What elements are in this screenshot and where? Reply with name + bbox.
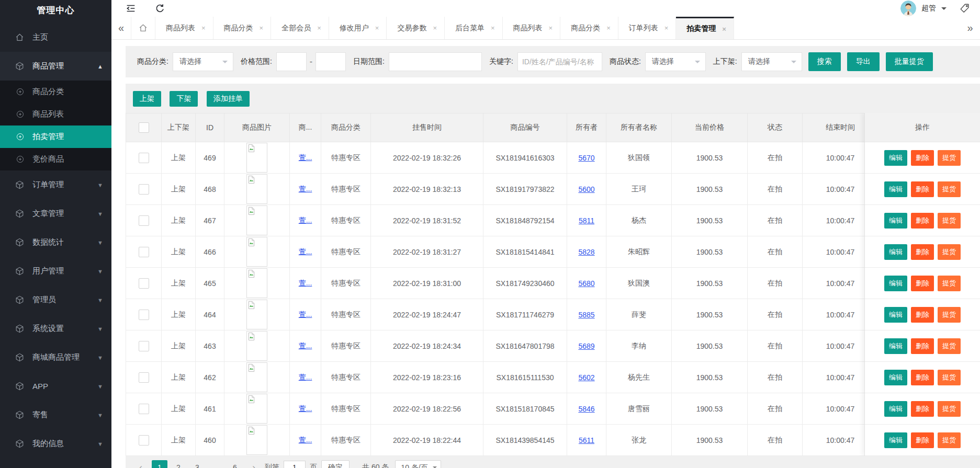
row-checkbox[interactable] (139, 153, 149, 163)
row-checkbox[interactable] (139, 341, 149, 351)
product-name-link[interactable]: 萱... (299, 404, 312, 413)
delete-button[interactable]: 删除 (911, 401, 934, 417)
sidebar-item-auction[interactable]: 拍卖管理 (0, 125, 111, 148)
owner-id-link[interactable]: 5885 (578, 311, 594, 319)
pick-up-button[interactable]: 提货 (938, 276, 961, 291)
sidebar-item-users[interactable]: 用户管理▼ (0, 257, 111, 286)
search-button[interactable]: 搜索 (808, 52, 841, 71)
page-size-select[interactable]: 10 条/页 (395, 460, 441, 468)
sidebar-item-settings[interactable]: 系统设置▼ (0, 314, 111, 343)
pick-up-button[interactable]: 提货 (938, 338, 961, 354)
tab-10[interactable]: 拍卖管理× (676, 17, 734, 39)
tab-4[interactable]: 修改用户× (329, 17, 387, 39)
page-number[interactable]: 6 (227, 460, 243, 468)
tab-8[interactable]: 商品分类× (560, 17, 618, 39)
tab-close-icon[interactable]: × (317, 24, 321, 32)
product-name-link[interactable]: 萱... (299, 310, 312, 318)
tab-close-icon[interactable]: × (260, 24, 264, 32)
sidebar-item-consignment[interactable]: 寄售▼ (0, 401, 111, 429)
pick-up-button[interactable]: 提货 (938, 181, 961, 197)
price-min-input[interactable] (276, 52, 307, 71)
tab-home-icon[interactable] (131, 17, 155, 39)
tab-close-icon[interactable]: × (433, 24, 437, 32)
shelf-off-button[interactable]: 下架 (170, 91, 198, 107)
edit-button[interactable]: 编辑 (884, 401, 907, 417)
product-name-link[interactable]: 萱... (299, 373, 312, 381)
row-checkbox[interactable] (139, 278, 149, 289)
shelf-on-button[interactable]: 上架 (133, 91, 161, 107)
product-name-link[interactable]: 萱... (299, 153, 312, 162)
owner-id-link[interactable]: 5602 (578, 373, 594, 382)
delete-button[interactable]: 删除 (911, 432, 934, 448)
pick-up-button[interactable]: 提货 (938, 213, 961, 229)
keyword-input[interactable] (517, 52, 602, 71)
collapse-sidebar-icon[interactable] (125, 3, 137, 14)
tab-9[interactable]: 订单列表× (618, 17, 677, 39)
owner-id-link[interactable]: 5611 (579, 436, 594, 444)
sidebar-item-admins[interactable]: 管理员▼ (0, 286, 111, 314)
row-checkbox[interactable] (139, 215, 149, 226)
delete-button[interactable]: 删除 (911, 244, 934, 260)
row-checkbox[interactable] (139, 372, 149, 383)
category-select[interactable]: 请选择 (173, 52, 233, 71)
sidebar-item-home[interactable]: 主页 (0, 23, 111, 52)
tag-icon[interactable] (959, 3, 971, 14)
pick-up-button[interactable]: 提货 (938, 150, 961, 166)
edit-button[interactable]: 编辑 (884, 244, 907, 260)
tab-close-icon[interactable]: × (375, 24, 379, 32)
sidebar-item-stats[interactable]: 数据统计▼ (0, 228, 111, 257)
tab-close-icon[interactable]: × (722, 25, 726, 33)
prev-page-icon[interactable]: ‹ (133, 460, 149, 468)
delete-button[interactable]: 删除 (911, 181, 934, 197)
product-name-link[interactable]: 萱... (299, 341, 312, 350)
owner-id-link[interactable]: 5680 (578, 279, 594, 288)
page-number[interactable]: 3 (189, 460, 205, 468)
edit-button[interactable]: 编辑 (884, 150, 907, 166)
tabs-scroll-right-icon[interactable]: » (960, 17, 980, 39)
product-name-link[interactable]: 萱... (299, 185, 312, 193)
product-name-link[interactable]: 萱... (299, 216, 312, 224)
edit-button[interactable]: 编辑 (884, 338, 907, 354)
tab-6[interactable]: 后台菜单× (445, 17, 503, 39)
owner-id-link[interactable]: 5828 (578, 248, 594, 256)
status-select[interactable]: 请选择 (645, 52, 706, 71)
user-avatar[interactable] (900, 1, 916, 16)
pick-up-button[interactable]: 提货 (938, 244, 961, 260)
edit-button[interactable]: 编辑 (884, 432, 907, 448)
shelf-select[interactable]: 请选择 (741, 52, 802, 71)
owner-id-link[interactable]: 5600 (578, 185, 594, 193)
product-name-link[interactable]: 萱... (299, 436, 312, 444)
add-listing-button[interactable]: 添加挂单 (207, 91, 250, 107)
delete-button[interactable]: 删除 (911, 338, 934, 354)
pick-up-button[interactable]: 提货 (938, 370, 961, 385)
export-button[interactable]: 导出 (847, 52, 880, 71)
pick-up-button[interactable]: 提货 (938, 307, 961, 323)
edit-button[interactable]: 编辑 (884, 370, 907, 385)
tabs-scroll-left-icon[interactable]: « (111, 17, 131, 39)
tab-5[interactable]: 交易参数× (387, 17, 445, 39)
tab-3[interactable]: 全部会员× (271, 17, 329, 39)
delete-button[interactable]: 删除 (911, 150, 934, 166)
sidebar-item-goods-list[interactable]: 商品列表 (0, 103, 111, 125)
sidebar-item-goods-category[interactable]: 商品分类 (0, 81, 111, 103)
delete-button[interactable]: 删除 (911, 276, 934, 291)
date-range-input[interactable] (389, 52, 482, 71)
row-checkbox[interactable] (139, 247, 149, 257)
delete-button[interactable]: 删除 (911, 307, 934, 323)
tab-close-icon[interactable]: × (491, 24, 495, 32)
select-all-checkbox[interactable] (139, 122, 149, 133)
tab-7[interactable]: 商品列表× (503, 17, 561, 39)
product-name-link[interactable]: 萱... (299, 279, 312, 287)
sidebar-item-articles[interactable]: 文章管理▼ (0, 199, 111, 228)
owner-id-link[interactable]: 5846 (578, 405, 594, 413)
sidebar-item-mall-goods[interactable]: 商城商品管理▼ (0, 343, 111, 372)
next-page-icon[interactable]: › (246, 460, 262, 468)
username[interactable]: 超管 (921, 4, 936, 13)
tab-close-icon[interactable]: × (549, 24, 553, 32)
owner-id-link[interactable]: 5670 (578, 154, 594, 162)
delete-button[interactable]: 删除 (911, 370, 934, 385)
batch-pick-button[interactable]: 批量提货 (886, 52, 933, 71)
jump-confirm-button[interactable]: 确定 (321, 460, 350, 468)
price-max-input[interactable] (316, 52, 346, 71)
edit-button[interactable]: 编辑 (884, 307, 907, 323)
